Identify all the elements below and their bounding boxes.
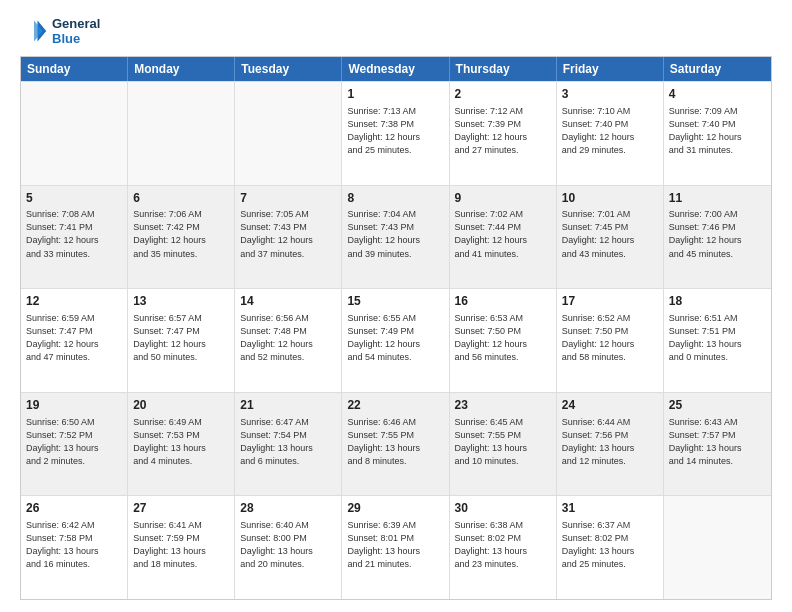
calendar-cell-r2-c2: 14Sunrise: 6:56 AM Sunset: 7:48 PM Dayli…	[235, 289, 342, 392]
calendar-cell-r4-c1: 27Sunrise: 6:41 AM Sunset: 7:59 PM Dayli…	[128, 496, 235, 599]
cell-info: Sunrise: 7:13 AM Sunset: 7:38 PM Dayligh…	[347, 105, 443, 157]
calendar-cell-r0-c6: 4Sunrise: 7:09 AM Sunset: 7:40 PM Daylig…	[664, 82, 771, 185]
calendar-cell-r0-c1	[128, 82, 235, 185]
calendar-cell-r3-c5: 24Sunrise: 6:44 AM Sunset: 7:56 PM Dayli…	[557, 393, 664, 496]
calendar-cell-r0-c3: 1Sunrise: 7:13 AM Sunset: 7:38 PM Daylig…	[342, 82, 449, 185]
day-number: 17	[562, 293, 658, 310]
calendar-header: Sunday Monday Tuesday Wednesday Thursday…	[21, 57, 771, 81]
cell-info: Sunrise: 6:44 AM Sunset: 7:56 PM Dayligh…	[562, 416, 658, 468]
calendar-cell-r2-c1: 13Sunrise: 6:57 AM Sunset: 7:47 PM Dayli…	[128, 289, 235, 392]
calendar-cell-r2-c3: 15Sunrise: 6:55 AM Sunset: 7:49 PM Dayli…	[342, 289, 449, 392]
cell-info: Sunrise: 7:06 AM Sunset: 7:42 PM Dayligh…	[133, 208, 229, 260]
calendar-cell-r2-c4: 16Sunrise: 6:53 AM Sunset: 7:50 PM Dayli…	[450, 289, 557, 392]
header-monday: Monday	[128, 57, 235, 81]
header: General Blue	[20, 16, 772, 46]
cell-info: Sunrise: 6:47 AM Sunset: 7:54 PM Dayligh…	[240, 416, 336, 468]
day-number: 30	[455, 500, 551, 517]
day-number: 4	[669, 86, 766, 103]
day-number: 16	[455, 293, 551, 310]
day-number: 22	[347, 397, 443, 414]
day-number: 15	[347, 293, 443, 310]
day-number: 12	[26, 293, 122, 310]
day-number: 3	[562, 86, 658, 103]
cell-info: Sunrise: 6:52 AM Sunset: 7:50 PM Dayligh…	[562, 312, 658, 364]
calendar-row-4: 26Sunrise: 6:42 AM Sunset: 7:58 PM Dayli…	[21, 495, 771, 599]
day-number: 13	[133, 293, 229, 310]
calendar-cell-r0-c2	[235, 82, 342, 185]
calendar-cell-r1-c3: 8Sunrise: 7:04 AM Sunset: 7:43 PM Daylig…	[342, 186, 449, 289]
header-tuesday: Tuesday	[235, 57, 342, 81]
calendar-cell-r2-c0: 12Sunrise: 6:59 AM Sunset: 7:47 PM Dayli…	[21, 289, 128, 392]
cell-info: Sunrise: 7:10 AM Sunset: 7:40 PM Dayligh…	[562, 105, 658, 157]
day-number: 23	[455, 397, 551, 414]
calendar-cell-r3-c6: 25Sunrise: 6:43 AM Sunset: 7:57 PM Dayli…	[664, 393, 771, 496]
calendar-cell-r4-c5: 31Sunrise: 6:37 AM Sunset: 8:02 PM Dayli…	[557, 496, 664, 599]
day-number: 26	[26, 500, 122, 517]
cell-info: Sunrise: 7:05 AM Sunset: 7:43 PM Dayligh…	[240, 208, 336, 260]
day-number: 25	[669, 397, 766, 414]
cell-info: Sunrise: 7:08 AM Sunset: 7:41 PM Dayligh…	[26, 208, 122, 260]
calendar-cell-r4-c4: 30Sunrise: 6:38 AM Sunset: 8:02 PM Dayli…	[450, 496, 557, 599]
header-sunday: Sunday	[21, 57, 128, 81]
day-number: 29	[347, 500, 443, 517]
cell-info: Sunrise: 7:09 AM Sunset: 7:40 PM Dayligh…	[669, 105, 766, 157]
calendar-cell-r4-c3: 29Sunrise: 6:39 AM Sunset: 8:01 PM Dayli…	[342, 496, 449, 599]
calendar-cell-r2-c5: 17Sunrise: 6:52 AM Sunset: 7:50 PM Dayli…	[557, 289, 664, 392]
cell-info: Sunrise: 6:55 AM Sunset: 7:49 PM Dayligh…	[347, 312, 443, 364]
calendar-cell-r3-c0: 19Sunrise: 6:50 AM Sunset: 7:52 PM Dayli…	[21, 393, 128, 496]
cell-info: Sunrise: 6:46 AM Sunset: 7:55 PM Dayligh…	[347, 416, 443, 468]
day-number: 31	[562, 500, 658, 517]
day-number: 11	[669, 190, 766, 207]
logo: General Blue	[20, 16, 100, 46]
cell-info: Sunrise: 6:53 AM Sunset: 7:50 PM Dayligh…	[455, 312, 551, 364]
cell-info: Sunrise: 6:49 AM Sunset: 7:53 PM Dayligh…	[133, 416, 229, 468]
header-wednesday: Wednesday	[342, 57, 449, 81]
day-number: 8	[347, 190, 443, 207]
logo-text: General Blue	[52, 16, 100, 46]
calendar-cell-r1-c4: 9Sunrise: 7:02 AM Sunset: 7:44 PM Daylig…	[450, 186, 557, 289]
day-number: 2	[455, 86, 551, 103]
day-number: 28	[240, 500, 336, 517]
cell-info: Sunrise: 6:56 AM Sunset: 7:48 PM Dayligh…	[240, 312, 336, 364]
day-number: 21	[240, 397, 336, 414]
cell-info: Sunrise: 6:43 AM Sunset: 7:57 PM Dayligh…	[669, 416, 766, 468]
calendar-cell-r4-c2: 28Sunrise: 6:40 AM Sunset: 8:00 PM Dayli…	[235, 496, 342, 599]
cell-info: Sunrise: 6:59 AM Sunset: 7:47 PM Dayligh…	[26, 312, 122, 364]
day-number: 24	[562, 397, 658, 414]
cell-info: Sunrise: 7:02 AM Sunset: 7:44 PM Dayligh…	[455, 208, 551, 260]
calendar-cell-r4-c0: 26Sunrise: 6:42 AM Sunset: 7:58 PM Dayli…	[21, 496, 128, 599]
calendar-row-3: 19Sunrise: 6:50 AM Sunset: 7:52 PM Dayli…	[21, 392, 771, 496]
cell-info: Sunrise: 6:42 AM Sunset: 7:58 PM Dayligh…	[26, 519, 122, 571]
calendar-row-2: 12Sunrise: 6:59 AM Sunset: 7:47 PM Dayli…	[21, 288, 771, 392]
calendar-cell-r1-c1: 6Sunrise: 7:06 AM Sunset: 7:42 PM Daylig…	[128, 186, 235, 289]
calendar-cell-r1-c0: 5Sunrise: 7:08 AM Sunset: 7:41 PM Daylig…	[21, 186, 128, 289]
calendar-cell-r1-c6: 11Sunrise: 7:00 AM Sunset: 7:46 PM Dayli…	[664, 186, 771, 289]
day-number: 5	[26, 190, 122, 207]
day-number: 9	[455, 190, 551, 207]
cell-info: Sunrise: 7:12 AM Sunset: 7:39 PM Dayligh…	[455, 105, 551, 157]
cell-info: Sunrise: 6:41 AM Sunset: 7:59 PM Dayligh…	[133, 519, 229, 571]
day-number: 18	[669, 293, 766, 310]
calendar-cell-r3-c4: 23Sunrise: 6:45 AM Sunset: 7:55 PM Dayli…	[450, 393, 557, 496]
calendar-cell-r3-c3: 22Sunrise: 6:46 AM Sunset: 7:55 PM Dayli…	[342, 393, 449, 496]
calendar-cell-r4-c6	[664, 496, 771, 599]
day-number: 10	[562, 190, 658, 207]
day-number: 19	[26, 397, 122, 414]
calendar-body: 1Sunrise: 7:13 AM Sunset: 7:38 PM Daylig…	[21, 81, 771, 599]
header-friday: Friday	[557, 57, 664, 81]
cell-info: Sunrise: 6:38 AM Sunset: 8:02 PM Dayligh…	[455, 519, 551, 571]
cell-info: Sunrise: 7:01 AM Sunset: 7:45 PM Dayligh…	[562, 208, 658, 260]
calendar-cell-r1-c5: 10Sunrise: 7:01 AM Sunset: 7:45 PM Dayli…	[557, 186, 664, 289]
header-thursday: Thursday	[450, 57, 557, 81]
calendar-cell-r0-c0	[21, 82, 128, 185]
day-number: 14	[240, 293, 336, 310]
cell-info: Sunrise: 6:39 AM Sunset: 8:01 PM Dayligh…	[347, 519, 443, 571]
logo-icon	[20, 17, 48, 45]
day-number: 20	[133, 397, 229, 414]
cell-info: Sunrise: 6:57 AM Sunset: 7:47 PM Dayligh…	[133, 312, 229, 364]
day-number: 7	[240, 190, 336, 207]
page: General Blue Sunday Monday Tuesday Wedne…	[0, 0, 792, 612]
day-number: 27	[133, 500, 229, 517]
cell-info: Sunrise: 7:04 AM Sunset: 7:43 PM Dayligh…	[347, 208, 443, 260]
cell-info: Sunrise: 6:51 AM Sunset: 7:51 PM Dayligh…	[669, 312, 766, 364]
